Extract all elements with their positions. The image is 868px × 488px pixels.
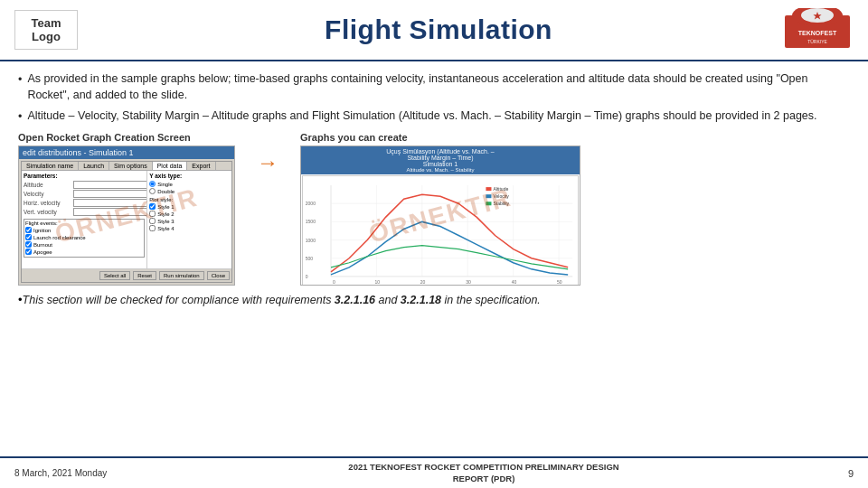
page-title: Flight Simulation: [96, 14, 781, 45]
svg-text:TEKNOFEST: TEKNOFEST: [798, 30, 837, 36]
svg-text:1000: 1000: [306, 238, 316, 243]
images-row: Open Rocket Graph Creation Screen edit d…: [18, 132, 850, 286]
orocket-close-button[interactable]: Close: [207, 271, 230, 280]
orocket-tab-launch[interactable]: Launch: [79, 162, 109, 170]
orocket-window: edit distributions - Simulation 1 Simula…: [19, 146, 234, 285]
orocket-checkbox-apogee[interactable]: Apogee: [25, 249, 143, 255]
svg-text:30: 30: [466, 279, 471, 285]
compliance-text: This section will be checked for complia…: [23, 293, 541, 309]
orocket-left-panel: Parameters: Altitude Velocity: [22, 171, 147, 268]
svg-text:40: 40: [512, 279, 517, 285]
orocket-reset-button[interactable]: Reset: [133, 271, 156, 280]
svg-text:0: 0: [306, 274, 308, 279]
compliance-section: • This section will be checked for compl…: [18, 293, 850, 309]
orocket-tabs: Simulation name Launch Sim options Plot …: [22, 162, 231, 171]
svg-rect-30: [486, 195, 491, 199]
orocket-content: Parameters: Altitude Velocity: [22, 171, 231, 268]
orocket-selectall-button[interactable]: Select all: [99, 271, 130, 280]
team-logo: Team Logo: [14, 10, 78, 50]
footer-page-number: 9: [826, 468, 854, 479]
main-content: • As provided in the sample graphs below…: [0, 61, 868, 456]
svg-text:Altitude: Altitude: [493, 187, 508, 192]
orocket-row-vvel: Vert. velocity: [24, 208, 145, 216]
orocket-hvel-input[interactable]: [73, 199, 147, 207]
svg-text:1500: 1500: [306, 220, 316, 225]
bullet-item-1: • As provided in the sample graphs below…: [18, 70, 850, 103]
orocket-tab-export[interactable]: Export: [187, 162, 215, 170]
graph-mock: Uçuş Simülasyon (Altitude vs. Mach. – St…: [301, 146, 580, 285]
orocket-velocity-input[interactable]: [73, 190, 147, 198]
orocket-checkbox-ignition[interactable]: Ignition: [25, 227, 143, 233]
orocket-checkbox-burnout[interactable]: Burnout: [25, 241, 143, 248]
orocket-tab-options[interactable]: Sim options: [109, 162, 153, 170]
arrow-icon: →: [250, 150, 286, 175]
orocket-row-hvel: Horiz. velocity: [24, 199, 145, 207]
orocket-vvel-input[interactable]: [73, 208, 147, 216]
orocket-checkbox-style2[interactable]: Style 2: [149, 211, 230, 217]
right-image-block: Graphs you can create Uçuş Simülasyon (A…: [300, 132, 580, 286]
bullet-section: • As provided in the sample graphs below…: [18, 70, 850, 125]
orocket-radio-single[interactable]: Single: [149, 181, 230, 187]
svg-text:0: 0: [333, 279, 335, 285]
svg-text:TÜRKIYE: TÜRKIYE: [807, 39, 827, 44]
orocket-row-velocity: Velocity: [24, 190, 145, 198]
graph-canvas: 0 10 20 30 40 50 0 500 1000 1500: [302, 175, 579, 286]
orocket-checkbox-launch[interactable]: Launch rod clearance: [25, 234, 143, 240]
svg-rect-28: [486, 187, 491, 191]
orocket-right-panel: Y axis type: Single Double Plot style: S…: [147, 171, 231, 268]
orocket-checkbox-style3[interactable]: Style 3: [149, 218, 230, 224]
orocket-radio-double[interactable]: Double: [149, 188, 230, 194]
orocket-tab-sim[interactable]: Simulation name: [22, 162, 79, 170]
right-image-label: Graphs you can create: [300, 132, 580, 143]
orocket-tab-plot[interactable]: Plot data: [153, 162, 188, 170]
left-image-block: Open Rocket Graph Creation Screen edit d…: [18, 132, 235, 286]
orocket-titlebar: edit distributions - Simulation 1: [19, 146, 234, 159]
graph-svg: 0 10 20 30 40 50 0 500 1000 1500: [303, 176, 578, 286]
bullet-item-2: • Altitude – Velocity, Stability Margin …: [18, 108, 850, 125]
header: Team Logo Flight Simulation TEKNOFEST TÜ…: [0, 0, 868, 61]
svg-rect-32: [486, 202, 491, 206]
graph-screen: Uçuş Simülasyon (Altitude vs. Mach. – St…: [300, 145, 580, 286]
left-image-label: Open Rocket Graph Creation Screen: [18, 132, 235, 143]
bullet-1-icon: •: [18, 71, 22, 88]
svg-text:Stability: Stability: [493, 202, 509, 207]
orocket-checkbox-style1[interactable]: Style 1: [149, 203, 230, 210]
svg-text:20: 20: [420, 279, 426, 285]
footer: 8 March, 2021 Monday 2021 TEKNOFEST ROCK…: [0, 456, 868, 488]
footer-center: 2021 TEKNOFEST ROCKET COMPETITION PRELIM…: [141, 462, 826, 484]
teknofest-logo-area: TEKNOFEST TÜRKIYE: [781, 7, 854, 52]
graph-title: Uçuş Simülasyon (Altitude vs. Mach. – St…: [301, 146, 580, 174]
footer-date: 8 March, 2021 Monday: [14, 468, 141, 478]
svg-text:10: 10: [374, 279, 380, 285]
orocket-checkbox-style4[interactable]: Style 4: [149, 225, 230, 231]
orocket-altitude-input[interactable]: [73, 181, 147, 189]
page: Team Logo Flight Simulation TEKNOFEST TÜ…: [0, 0, 868, 488]
teknofest-logo-icon: TEKNOFEST TÜRKIYE: [785, 8, 850, 52]
orocket-row-altitude: Altitude: [24, 181, 145, 189]
orocket-body: Simulation name Launch Sim options Plot …: [21, 161, 232, 283]
bullet-2-icon: •: [18, 108, 22, 125]
svg-text:2000: 2000: [306, 202, 316, 207]
orocket-bottom-buttons: Select all Reset Run simulation Close: [22, 268, 231, 282]
open-rocket-screen: edit distributions - Simulation 1 Simula…: [18, 145, 235, 286]
svg-text:500: 500: [306, 256, 314, 261]
orocket-run-button[interactable]: Run simulation: [159, 271, 204, 280]
svg-text:50: 50: [557, 279, 562, 285]
svg-text:Velocity: Velocity: [493, 194, 509, 200]
